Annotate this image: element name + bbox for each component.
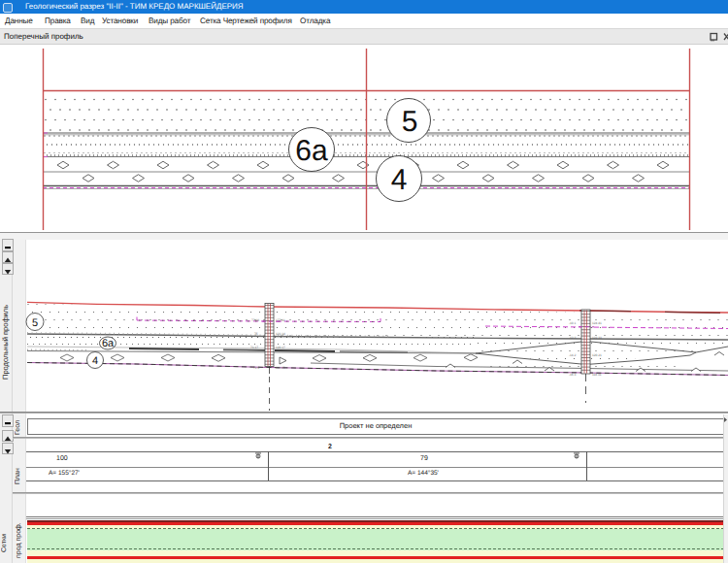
svg-text:6а: 6а xyxy=(295,135,328,167)
svg-text:4: 4 xyxy=(92,355,98,367)
svg-text:-10.1: -10.1 xyxy=(569,321,576,325)
svg-text:73.17: 73.17 xyxy=(250,346,258,349)
svg-text:177.31: 177.31 xyxy=(276,318,285,322)
svg-text:77.30: 77.30 xyxy=(251,318,259,322)
svg-text:120.21: 120.21 xyxy=(592,353,602,357)
svg-text:71.6: 71.6 xyxy=(253,366,259,370)
svg-text:5: 5 xyxy=(32,317,38,329)
svg-text:123.14: 123.14 xyxy=(276,332,285,336)
svg-text:6а: 6а xyxy=(102,338,115,349)
svg-text:118.25: 118.25 xyxy=(276,366,285,370)
svg-text:-14.2: -14.2 xyxy=(569,353,576,357)
svg-text:5: 5 xyxy=(402,106,418,138)
svg-text:124.41: 124.41 xyxy=(592,321,602,325)
svg-text:4: 4 xyxy=(391,164,408,196)
svg-text:75: 75 xyxy=(254,332,258,336)
svg-text:118.31: 118.31 xyxy=(592,373,602,377)
svg-text:122.33: 122.33 xyxy=(592,336,602,340)
svg-text:120.17: 120.17 xyxy=(276,346,285,349)
svg-text:-16.3: -16.3 xyxy=(569,373,576,377)
svg-text:-12.3: -12.3 xyxy=(569,336,576,340)
